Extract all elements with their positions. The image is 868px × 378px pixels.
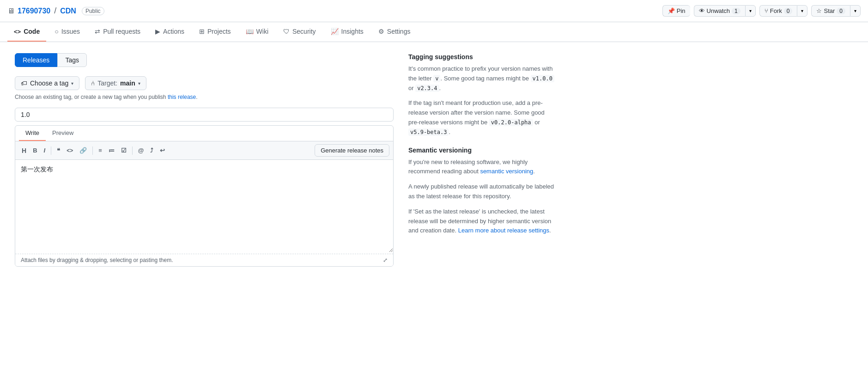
tag-target-row: 🏷 Choose a tag ▾ ⑃ Target: main ▾ — [15, 76, 394, 90]
link-button[interactable]: 🔗 — [77, 145, 90, 156]
tab-code[interactable]: <> Code — [7, 22, 46, 42]
tab-settings-label: Settings — [387, 28, 411, 35]
fullscreen-icon[interactable]: ⤢ — [383, 257, 388, 263]
release-textarea[interactable]: 第一次发布 — [15, 160, 393, 252]
star-icon: ☆ — [816, 7, 822, 14]
code-button[interactable]: <> — [64, 146, 76, 156]
tab-wiki[interactable]: 📖 Wiki — [239, 22, 275, 42]
editor-tabs-bar: Write Preview — [15, 126, 393, 141]
tagging-p1: It's common practice to prefix your vers… — [408, 64, 556, 93]
top-bar: 🖥 17690730 / CDN Public 📌 Pin 👁 Unwatch … — [0, 0, 868, 22]
fork-group: ⑂ Fork 0 ▾ — [759, 5, 808, 17]
heading-button[interactable]: H — [19, 145, 29, 156]
pin-group: 📌 Pin — [662, 5, 690, 17]
toolbar-sep-3 — [132, 146, 133, 155]
mention-button[interactable]: @ — [135, 145, 147, 156]
editor-tabs: Write Preview — [19, 126, 80, 141]
tag-hint-link[interactable]: this release — [168, 94, 196, 100]
star-dropdown-button[interactable]: ▾ — [850, 5, 861, 17]
pr-icon: ⇄ — [95, 28, 100, 35]
repo-device-icon: 🖥 — [7, 7, 15, 15]
tab-insights[interactable]: 📈 Insights — [324, 22, 370, 42]
tab-security[interactable]: 🛡 Security — [277, 22, 322, 42]
tab-issues[interactable]: ○ Issues — [48, 22, 86, 42]
repo-name-link[interactable]: CDN — [60, 7, 76, 15]
unwatch-dropdown-button[interactable]: ▾ — [745, 5, 756, 17]
target-chevron: ▾ — [138, 81, 140, 86]
releases-tab[interactable]: Releases — [15, 53, 57, 67]
tab-actions-label: Actions — [163, 28, 184, 35]
semantic-p3: If 'Set as the latest release' is unchec… — [408, 207, 556, 236]
tagging-p2: If the tag isn't meant for production us… — [408, 98, 556, 137]
tab-projects[interactable]: ⊞ Projects — [193, 22, 237, 42]
star-group: ☆ Star 0 ▾ — [811, 5, 861, 17]
repo-separator: / — [54, 6, 56, 16]
security-icon: 🛡 — [283, 28, 290, 35]
code-icon: <> — [14, 28, 21, 35]
unwatch-group: 👁 Unwatch 1 ▾ — [694, 5, 756, 17]
choose-tag-chevron: ▾ — [71, 81, 73, 86]
write-tab[interactable]: Write — [19, 126, 46, 141]
attach-label: Attach files by dragging & dropping, sel… — [21, 257, 173, 263]
repo-owner-link[interactable]: 17690730 — [18, 7, 50, 15]
bullet-list-button[interactable]: ≡ — [96, 145, 105, 156]
pin-label: Pin — [677, 7, 686, 14]
tagging-title: Tagging suggestions — [408, 53, 556, 61]
preview-tab[interactable]: Preview — [46, 126, 80, 141]
unwatch-count: 1 — [732, 8, 741, 14]
tagging-pre1-code: v0.2.0-alpha — [489, 119, 533, 126]
tag-hint: Choose an existing tag, or create a new … — [15, 94, 394, 100]
release-title-input[interactable] — [15, 108, 394, 122]
repo-title: 🖥 17690730 / CDN Public — [7, 6, 104, 16]
tagging-v-code: v — [433, 75, 440, 82]
editor-toolbar: H B I ❝ <> 🔗 ≡ ≔ ☑ @ ⤴ ↩ Generate releas… — [15, 141, 393, 160]
choose-tag-button[interactable]: 🏷 Choose a tag ▾ — [15, 76, 79, 90]
tab-settings[interactable]: ⚙ Settings — [372, 22, 417, 42]
tab-actions[interactable]: ▶ Actions — [149, 22, 191, 42]
cross-ref-button[interactable]: ⤴ — [147, 145, 156, 156]
nav-tabs: <> Code ○ Issues ⇄ Pull requests ▶ Actio… — [0, 22, 868, 42]
tagging-v2-code: v2.3.4 — [415, 85, 439, 92]
issues-icon: ○ — [55, 28, 58, 35]
semantic-link[interactable]: semantic versioning — [480, 168, 533, 175]
undo-button[interactable]: ↩ — [157, 145, 168, 156]
settings-icon: ⚙ — [378, 28, 384, 35]
unwatch-label: Unwatch — [707, 7, 730, 14]
eye-icon: 👁 — [699, 7, 705, 14]
insights-icon: 📈 — [331, 28, 339, 35]
branch-icon: ⑃ — [91, 79, 95, 87]
semantic-p2: A newly published release will automatic… — [408, 182, 556, 201]
fork-dropdown-button[interactable]: ▾ — [797, 5, 807, 17]
target-label: Target: — [97, 79, 117, 87]
actions-icon: ▶ — [155, 28, 160, 35]
italic-button[interactable]: I — [41, 145, 49, 156]
tab-projects-label: Projects — [207, 28, 231, 35]
fork-button[interactable]: ⑂ Fork 0 — [759, 5, 797, 17]
semantic-versioning-section: Semantic versioning If you're new to rel… — [408, 146, 556, 236]
task-list-button[interactable]: ☑ — [118, 145, 129, 156]
target-button[interactable]: ⑃ Target: main ▾ — [85, 76, 146, 90]
tab-security-label: Security — [292, 28, 316, 35]
star-count: 0 — [837, 8, 845, 14]
target-value: main — [120, 79, 135, 87]
ordered-list-button[interactable]: ≔ — [106, 145, 117, 156]
file-attach-bar: Attach files by dragging & dropping, sel… — [15, 254, 393, 266]
tags-tab[interactable]: Tags — [57, 53, 87, 67]
unwatch-button[interactable]: 👁 Unwatch 1 — [694, 5, 745, 17]
tagging-pre2-code: v5.9-beta.3 — [408, 128, 449, 136]
bold-button[interactable]: B — [30, 145, 40, 156]
quote-button[interactable]: ❝ — [54, 145, 63, 156]
main-column: Releases Tags 🏷 Choose a tag ▾ ⑃ Target:… — [15, 53, 394, 267]
fork-icon: ⑂ — [765, 7, 768, 14]
tab-pull-requests[interactable]: ⇄ Pull requests — [88, 22, 147, 42]
pin-button[interactable]: 📌 Pin — [662, 5, 690, 17]
tab-code-label: Code — [24, 28, 40, 35]
tab-insights-label: Insights — [341, 28, 364, 35]
semantic-title: Semantic versioning — [408, 146, 556, 154]
semantic-link2[interactable]: Learn more about release settings — [458, 227, 549, 234]
fork-label: Fork — [770, 7, 782, 14]
generate-notes-button[interactable]: Generate release notes — [315, 144, 389, 157]
editor-wrapper: Write Preview H B I ❝ <> 🔗 ≡ ≔ ☑ @ ⤴ ↩ — [15, 125, 394, 267]
choose-tag-label: Choose a tag — [30, 79, 68, 87]
star-button[interactable]: ☆ Star 0 — [811, 5, 850, 17]
